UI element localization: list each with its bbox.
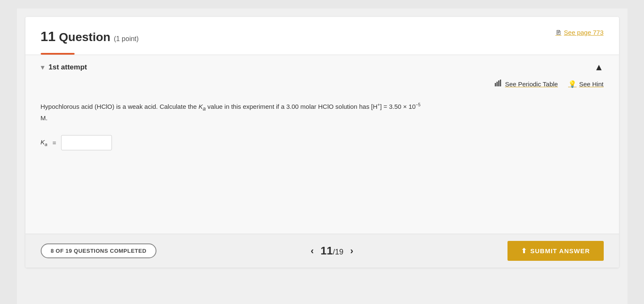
chevron-down-icon[interactable]: ▾ [41,63,45,72]
question-title-group: 11 Question (1 point) [41,29,139,44]
answer-row: Ka = [41,135,604,150]
total-pages: 19 [335,248,343,256]
see-page-link[interactable]: 🖹 See page 773 [555,29,603,36]
see-page-label: See page 773 [564,29,603,36]
book-icon: 🖹 [555,29,561,36]
periodic-table-label: See Periodic Table [505,80,558,88]
question-text-part2: value in this experiment if a 3.00 molar… [206,103,377,110]
submit-answer-button[interactable]: ⬆ SUBMIT ANSWER [507,241,604,261]
svg-rect-0 [495,83,496,86]
hint-icon: 💡 [568,80,577,88]
periodic-table-icon [495,80,502,88]
question-card: 11 Question (1 point) 🖹 See page 773 ▾ 1… [25,17,619,268]
progress-text: 8 OF 19 QUESTIONS COMPLETED [51,248,147,254]
question-text-part3: ] = 3.50 × 10 [380,103,415,110]
page-total: /19 [333,248,343,256]
ka-subscript: a [45,142,47,147]
question-text: Hypochlorous acid (HClO) is a weak acid.… [41,102,422,123]
current-page: 11 [321,244,333,257]
pagination: ‹ 11/19 › [311,244,354,257]
prev-page-button[interactable]: ‹ [311,246,314,257]
svg-rect-1 [496,82,498,86]
chevron-up-icon[interactable]: ▲ [594,62,604,73]
question-text-part4: M. [41,114,48,122]
equals-sign: = [53,139,56,146]
svg-rect-3 [500,80,501,86]
content-area: See Periodic Table 💡 See Hint Hypochloro… [25,73,619,234]
ka-letter: K [41,138,45,146]
ka-input-label: Ka [41,138,47,147]
page-indicator: 11/19 [321,244,343,257]
main-container: 11 Question (1 point) 🖹 See page 773 ▾ 1… [17,8,627,304]
question-label: Question [59,30,110,44]
question-number: 11 [41,29,56,44]
attempt-label: 1st attempt [49,63,87,72]
attempt-left: ▾ 1st attempt [41,63,87,72]
upload-icon: ⬆ [521,247,527,255]
tools-bar: See Periodic Table 💡 See Hint [41,80,604,91]
question-points: (1 point) [114,35,139,43]
hint-label: See Hint [579,80,604,88]
ka-answer-input[interactable] [61,135,112,150]
bottom-bar: 8 OF 19 QUESTIONS COMPLETED ‹ 11/19 › ⬆ … [25,234,619,268]
exp-sup: −5 [415,102,420,107]
hint-link[interactable]: 💡 See Hint [568,80,604,88]
question-text-part1: Hypochlorous acid (HClO) is a weak acid.… [41,103,199,110]
question-header: 11 Question (1 point) 🖹 See page 773 [25,17,619,53]
svg-rect-2 [498,80,499,86]
next-page-button[interactable]: › [350,246,353,257]
ka-symbol-inline: K [198,103,203,110]
progress-badge: 8 OF 19 QUESTIONS COMPLETED [41,243,157,258]
periodic-table-link[interactable]: See Periodic Table [495,80,558,88]
attempt-section: ▾ 1st attempt ▲ [25,55,619,73]
submit-label: SUBMIT ANSWER [530,247,590,254]
